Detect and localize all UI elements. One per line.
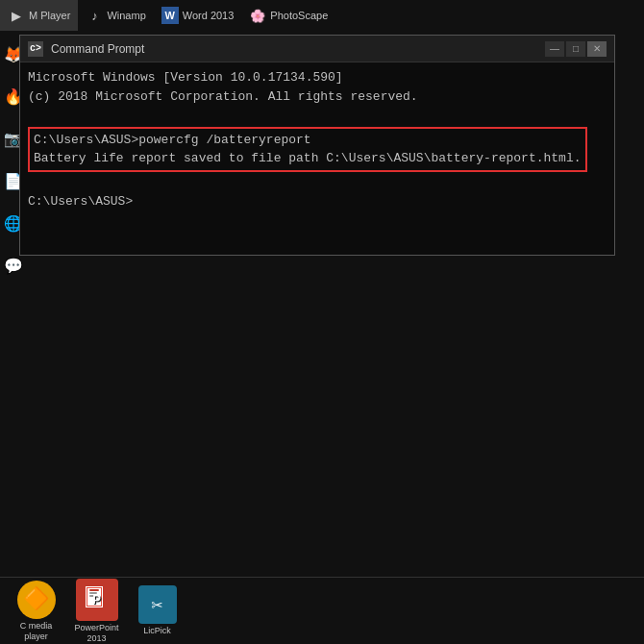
licpick-label: LicPick xyxy=(143,626,171,636)
taskbar-app-powerpoint[interactable]: P PowerPoint2013 xyxy=(70,579,123,644)
cmd-line-1: Microsoft Windows [Version 10.0.17134.59… xyxy=(28,68,607,87)
vlc-label: C mediaplayer xyxy=(20,621,53,642)
cmd-maximize-button[interactable]: □ xyxy=(566,41,585,57)
cmd-minimize-button[interactable]: — xyxy=(545,41,564,57)
cmd-line-output: Battery life report saved to file path C… xyxy=(34,149,582,168)
word-icon: W xyxy=(161,7,179,24)
word2013-label: Word 2013 xyxy=(183,10,235,21)
desktop-icon-msg[interactable]: 💬 xyxy=(2,255,25,278)
cmd-window: c> Command Prompt — □ ✕ Microsoft Window… xyxy=(19,35,615,256)
taskbar-app-licpick[interactable]: ✂ LicPick xyxy=(131,585,184,636)
media-player-icon: ▶ xyxy=(8,7,25,24)
taskbar-top-winamp[interactable]: ♪ Winamp xyxy=(78,0,153,31)
cmd-highlight-region: C:\Users\ASUS>powercfg /batteryreport Ba… xyxy=(28,127,587,172)
cmd-window-icon: c> xyxy=(28,41,43,57)
cmd-line-2: (c) 2018 Microsoft Corporation. All righ… xyxy=(28,87,607,107)
taskbar-app-vlc[interactable]: 🔶 C mediaplayer xyxy=(10,581,62,642)
media-player-label: M Player xyxy=(29,10,70,21)
cmd-title: Command Prompt xyxy=(51,42,537,56)
cmd-body[interactable]: Microsoft Windows [Version 10.0.17134.59… xyxy=(20,62,614,255)
cmd-line-5 xyxy=(28,174,607,193)
powerpoint-label: PowerPoint2013 xyxy=(74,623,118,644)
vlc-icon: 🔶 xyxy=(17,581,56,619)
cmd-line-command: C:\Users\ASUS>powercfg /batteryreport xyxy=(34,131,582,150)
taskbar-top: ▶ M Player ♪ Winamp W Word 2013 🌸 PhotoS… xyxy=(0,0,644,31)
winamp-label: Winamp xyxy=(107,10,145,21)
cmd-window-controls: — □ ✕ xyxy=(545,41,607,57)
taskbar-top-media-player[interactable]: ▶ M Player xyxy=(0,0,78,31)
cmd-line-3 xyxy=(28,106,607,125)
cmd-close-button[interactable]: ✕ xyxy=(587,41,607,57)
cmd-titlebar: c> Command Prompt — □ ✕ xyxy=(20,36,614,62)
taskbar-top-photoscape[interactable]: 🌸 PhotoScape xyxy=(241,0,335,31)
powerpoint-icon: P xyxy=(76,579,118,621)
licpick-icon: ✂ xyxy=(138,585,177,624)
taskbar-bottom: 🔶 C mediaplayer P PowerPoint2013 ✂ xyxy=(0,577,644,644)
taskbar-top-word2013[interactable]: W Word 2013 xyxy=(154,0,242,31)
winamp-icon: ♪ xyxy=(86,7,103,24)
cmd-line-prompt: C:\Users\ASUS> xyxy=(28,192,607,211)
photoscape-icon: 🌸 xyxy=(249,7,266,24)
photoscape-label: PhotoScape xyxy=(270,10,328,21)
